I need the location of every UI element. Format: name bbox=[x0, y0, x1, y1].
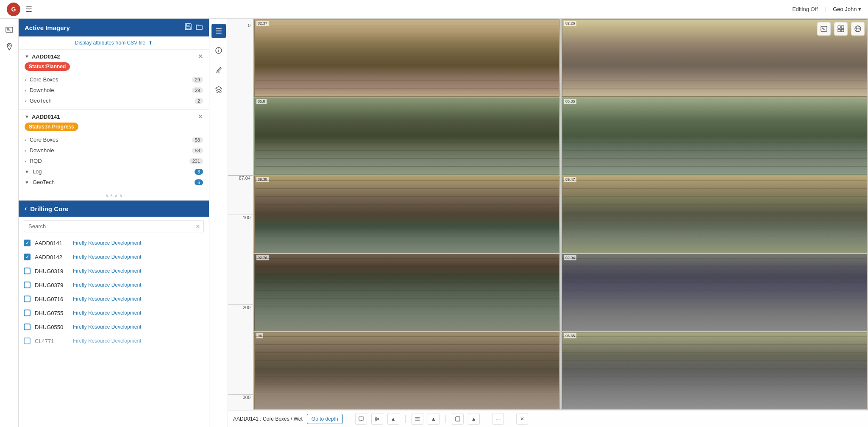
square-icon[interactable] bbox=[452, 413, 464, 425]
separator-3 bbox=[445, 415, 446, 423]
list-item: DHUG0379 Firefly Resource Development bbox=[19, 278, 209, 292]
app-logo[interactable]: G bbox=[7, 3, 20, 16]
depth-marker-200: 200 bbox=[228, 304, 253, 310]
drill-item-downhole-0142[interactable]: › Downhole 29 bbox=[25, 85, 203, 95]
core-company-0141: Firefly Resource Development bbox=[73, 240, 141, 246]
sidebar-imagery-btn[interactable] bbox=[2, 22, 17, 37]
dots-icon[interactable]: ··· bbox=[492, 413, 504, 425]
drill-item-coreboxes-0141[interactable]: › Core Boxes 58 bbox=[25, 134, 203, 145]
core-checkbox-dhug0755[interactable] bbox=[24, 310, 31, 316]
drilling-core-section: ‹ Drilling Core ✕ AADD0141 Firefly Resou… bbox=[19, 201, 209, 427]
back-arrow-icon[interactable]: ‹ bbox=[25, 205, 27, 212]
search-input[interactable] bbox=[24, 220, 204, 232]
svg-rect-7 bbox=[216, 31, 222, 31]
search-box-container: ✕ bbox=[19, 217, 209, 236]
sidebar-map-btn[interactable] bbox=[2, 39, 17, 54]
topbar: G ☰ Editing Off | Geo John ▾ bbox=[0, 0, 868, 19]
svg-point-22 bbox=[375, 419, 377, 421]
close-bottom-bar-btn[interactable]: ✕ bbox=[516, 413, 528, 425]
core-company-dhug0716: Firefly Resource Development bbox=[73, 296, 141, 302]
core-column-left: 82.37 85.8 89.38 bbox=[253, 19, 560, 410]
core-checkbox-dhug0716[interactable] bbox=[24, 296, 31, 302]
viewer-grid-icon[interactable] bbox=[834, 22, 848, 36]
action-sidebar bbox=[209, 19, 228, 427]
viewer-area: 0 87.04 100 200 300 82.37 bbox=[228, 19, 868, 410]
drill-group-toggle-0142[interactable]: ▼ AADD0142 bbox=[25, 53, 60, 60]
core-checkbox-dhug0379[interactable] bbox=[24, 282, 31, 288]
core-company-dhug0755: Firefly Resource Development bbox=[73, 310, 141, 316]
search-input-wrap: ✕ bbox=[24, 220, 204, 232]
folder-icon[interactable] bbox=[195, 23, 203, 32]
core-box-img-r4[interactable]: 92.94 bbox=[562, 254, 867, 331]
core-company-dhug0319: Firefly Resource Development bbox=[73, 268, 141, 274]
image-viewer-panel: 0 87.04 100 200 300 82.37 bbox=[228, 19, 868, 427]
core-box-img-4[interactable]: 92.76 bbox=[254, 254, 559, 331]
drill-group-aadd0141: ▼ AADD0141 ✕ Status:In Progress › Core B… bbox=[19, 110, 209, 191]
topbar-left: G ☰ bbox=[7, 3, 32, 16]
separator-1 bbox=[349, 415, 349, 423]
list-icon[interactable] bbox=[412, 413, 423, 425]
svg-line-24 bbox=[377, 418, 379, 420]
svg-point-11 bbox=[218, 49, 219, 50]
layers-btn[interactable] bbox=[211, 82, 226, 97]
core-list: AADD0141 Firefly Resource Development AA… bbox=[19, 236, 209, 427]
core-box-img-r3[interactable]: 89.47 bbox=[562, 176, 867, 253]
arrow-up-icon3[interactable]: ▲ bbox=[468, 413, 480, 425]
status-badge-inprogress: Status:In Progress bbox=[25, 123, 78, 131]
core-company-cl4771: Firefly Resource Development bbox=[73, 338, 141, 344]
svg-line-23 bbox=[377, 418, 379, 420]
viewer-image-icon[interactable] bbox=[817, 22, 831, 36]
save-icon[interactable] bbox=[184, 23, 192, 32]
drill-item-geotech-0142[interactable]: › GeoTech 2 bbox=[25, 95, 203, 106]
comment-icon[interactable] bbox=[355, 413, 367, 425]
topbar-right: Editing Off | Geo John ▾ bbox=[792, 6, 861, 12]
core-checkbox-0142[interactable] bbox=[24, 254, 31, 260]
core-box-img-5[interactable]: 96 bbox=[254, 332, 559, 409]
core-images-area: 82.37 85.8 89.38 bbox=[253, 19, 868, 410]
drill-item-rqd-0141[interactable]: › RQD 231 bbox=[25, 156, 203, 166]
core-id-dhug0319: DHUG0319 bbox=[35, 268, 69, 274]
chevron-icon-0141: ▼ bbox=[25, 114, 29, 119]
core-company-dhug0379: Firefly Resource Development bbox=[73, 282, 141, 288]
arrow-up-icon2[interactable]: ▲ bbox=[428, 413, 440, 425]
viewer-globe-icon[interactable] bbox=[851, 22, 865, 36]
scissors-icon[interactable] bbox=[371, 413, 383, 425]
drill-item-downhole-0141[interactable]: › Downhole 58 bbox=[25, 145, 203, 156]
csv-link[interactable]: Display attributes from CSV file ⬆ bbox=[19, 36, 209, 50]
drill-item-geotech-0141[interactable]: ▼ GeoTech 6 bbox=[25, 177, 203, 187]
chevron-right-icon3: › bbox=[25, 98, 26, 103]
bottom-bar-label: AADD0141 : Core Boxes / Wet bbox=[233, 416, 303, 422]
menu-icon[interactable]: ☰ bbox=[25, 5, 32, 14]
drill-item-log-0141[interactable]: ▼ Log 3 bbox=[25, 166, 203, 177]
list-view-btn[interactable] bbox=[211, 24, 226, 38]
core-checkbox-dhug0550[interactable] bbox=[24, 324, 31, 330]
chevron-right-icon: › bbox=[25, 77, 26, 82]
core-box-img-r2[interactable]: 85.85 bbox=[562, 98, 867, 175]
core-box-img-r5[interactable]: 96.35 bbox=[562, 332, 867, 409]
separator-2 bbox=[405, 415, 406, 423]
core-id-dhug0550: DHUG0550 bbox=[35, 324, 69, 330]
core-box-img-2[interactable]: 85.8 bbox=[254, 98, 559, 175]
search-clear-icon[interactable]: ✕ bbox=[195, 223, 200, 230]
drill-group-header-0142: ▼ AADD0142 ✕ bbox=[25, 53, 203, 60]
core-id-0141: AADD0141 bbox=[35, 240, 69, 246]
core-box-img-1[interactable]: 82.37 bbox=[254, 20, 559, 97]
drill-group-close-0141[interactable]: ✕ bbox=[198, 113, 203, 120]
user-menu[interactable]: Geo John ▾ bbox=[833, 6, 861, 12]
core-checkbox-dhug0319[interactable] bbox=[24, 268, 31, 274]
info-btn[interactable] bbox=[211, 43, 226, 58]
drill-group-toggle-0141[interactable]: ▼ AADD0141 bbox=[25, 114, 60, 120]
core-company-0142: Firefly Resource Development bbox=[73, 254, 141, 260]
separator-5 bbox=[510, 415, 510, 423]
core-checkbox-cl4771[interactable] bbox=[24, 338, 31, 344]
drill-group-id-0142: AADD0142 bbox=[32, 53, 60, 60]
goto-depth-btn[interactable]: Go to depth bbox=[307, 414, 343, 424]
svg-rect-14 bbox=[838, 26, 840, 28]
drill-item-coreboxes-0142[interactable]: › Core Boxes 29 bbox=[25, 74, 203, 85]
drill-group-close-0142[interactable]: ✕ bbox=[198, 53, 203, 60]
arrow-up-icon1[interactable]: ▲ bbox=[387, 413, 399, 425]
depth-marker-100: 100 bbox=[228, 215, 253, 220]
core-box-img-3[interactable]: 89.38 bbox=[254, 176, 559, 253]
brush-btn[interactable] bbox=[211, 63, 226, 77]
core-checkbox-0141[interactable] bbox=[24, 240, 31, 246]
